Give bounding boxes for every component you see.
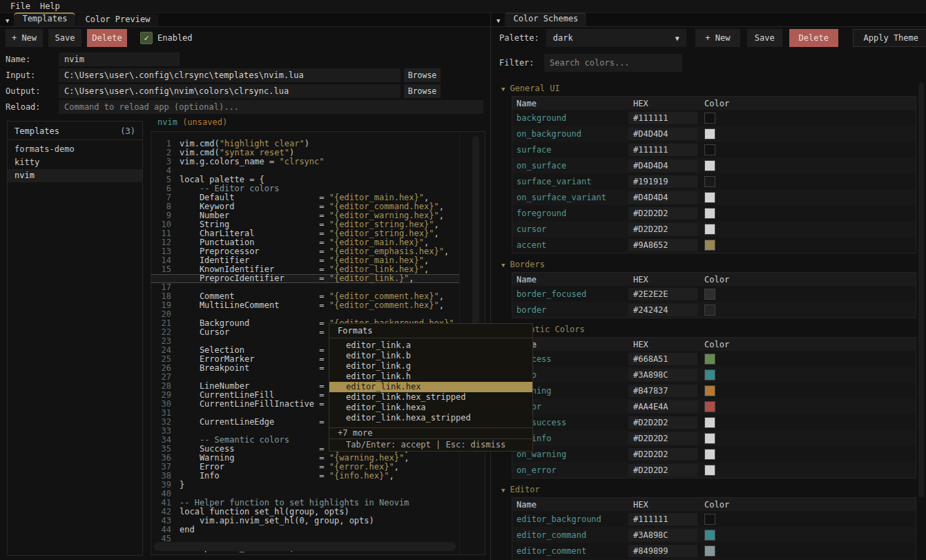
hex-value-field[interactable]: #D4D4D4 <box>628 160 697 172</box>
template-list-item[interactable]: formats-demo <box>8 143 142 156</box>
color-row: on_surface#D4D4D4 <box>512 157 916 173</box>
save-palette-button[interactable]: Save <box>747 29 782 47</box>
hex-value-field[interactable]: #3A898C <box>628 369 697 381</box>
hex-value-field[interactable]: #D4D4D4 <box>628 191 697 204</box>
save-template-button[interactable]: Save <box>48 29 81 47</box>
template-list-item[interactable]: nvim <box>8 169 142 182</box>
template-list-item[interactable]: kitty <box>8 156 142 169</box>
section-header[interactable]: ▼Semantic Colors <box>501 325 918 334</box>
right-pane-scrollbar[interactable] <box>918 83 924 497</box>
browse-output-button[interactable]: Browse <box>404 84 441 98</box>
hex-value-field[interactable]: #3A898C <box>628 529 697 541</box>
section-header[interactable]: ▼Editor <box>501 485 918 494</box>
input-path-field[interactable] <box>59 68 401 82</box>
delete-palette-button[interactable]: Delete <box>789 29 838 47</box>
popup-item[interactable]: editor_link.hexa <box>329 403 532 413</box>
color-swatch[interactable] <box>704 417 715 428</box>
code-line[interactable]: 39} <box>151 481 459 490</box>
code-line-current[interactable]: PreprocIdentifier = "{editor_link.}", <box>151 274 459 283</box>
color-row: info#3A898C <box>512 367 916 383</box>
color-swatch[interactable] <box>704 545 715 557</box>
color-swatch[interactable] <box>704 465 715 476</box>
code-line[interactable]: 43 vim.api.nvim_set_hl(0, group, opts) <box>151 516 459 525</box>
editor-horizontal-scrollbar[interactable] <box>154 542 456 551</box>
code-line[interactable]: 38 Info = "{info.hex}", <box>151 472 459 481</box>
name-input[interactable] <box>59 52 180 66</box>
color-swatch[interactable] <box>704 208 715 219</box>
popup-item[interactable]: editor_link.a <box>329 340 532 351</box>
hex-value-field[interactable]: #D2D2D2 <box>628 464 697 476</box>
hex-value-field[interactable]: #191919 <box>628 175 697 188</box>
hex-value-field[interactable]: #849899 <box>628 545 697 557</box>
hex-value-field[interactable]: #D2D2D2 <box>628 448 697 461</box>
code-line[interactable]: 3vim.g.colors_name = "clrsync" <box>151 157 459 166</box>
color-swatch[interactable] <box>704 433 715 444</box>
color-swatch[interactable] <box>704 113 715 124</box>
color-swatch[interactable] <box>704 192 715 203</box>
color-swatch[interactable] <box>704 128 715 139</box>
color-swatch[interactable] <box>704 514 715 525</box>
popup-item[interactable]: editor_link.hexa_stripped <box>329 413 532 423</box>
hex-value-field[interactable]: #D2D2D2 <box>628 416 697 429</box>
color-swatch[interactable] <box>704 354 715 365</box>
hex-value-field[interactable]: #111111 <box>628 513 697 525</box>
hex-value-field[interactable]: #D4D4D4 <box>628 128 697 140</box>
color-search-input[interactable] <box>544 54 682 72</box>
browse-input-button[interactable]: Browse <box>404 68 441 82</box>
new-template-button[interactable]: + New <box>6 29 43 47</box>
popup-more-indicator[interactable]: +7 more <box>329 427 532 438</box>
color-swatch[interactable] <box>704 176 715 187</box>
code-line[interactable]: 19 MultiLineComment = "{editor_comment.h… <box>151 301 459 310</box>
popup-item[interactable]: editor_link.hex <box>329 382 532 392</box>
color-swatch[interactable] <box>704 144 715 155</box>
color-swatch[interactable] <box>704 530 715 541</box>
code-text: PreprocIdentifier = "{editor_link.}", <box>180 275 414 282</box>
hex-value-field[interactable]: #D2D2D2 <box>628 223 697 235</box>
hex-value-field[interactable]: #668A51 <box>628 353 697 365</box>
popup-item[interactable]: editor_link.h <box>329 371 532 382</box>
color-swatch[interactable] <box>704 449 715 460</box>
menu-bar: File Help <box>0 0 926 13</box>
collapse-pane-icon[interactable]: ▼ <box>6 17 9 24</box>
hex-value-field[interactable]: #D2D2D2 <box>628 432 697 445</box>
color-swatch[interactable] <box>704 240 715 251</box>
color-swatch[interactable] <box>704 289 715 300</box>
color-table-header: NameHEXColor <box>512 273 916 286</box>
popup-item[interactable]: editor_link.hex_stripped <box>329 392 532 403</box>
palette-dropdown[interactable]: dark ▼ <box>546 29 686 47</box>
section-header[interactable]: ▼Borders <box>501 260 918 269</box>
popup-item[interactable]: editor_link.g <box>329 361 532 371</box>
hex-value-field[interactable]: #B47837 <box>628 385 697 397</box>
delete-template-button[interactable]: Delete <box>87 29 127 47</box>
color-swatch[interactable] <box>704 369 715 380</box>
hex-value-field[interactable]: #2E2E2E <box>628 288 697 300</box>
hex-value-field[interactable]: #111111 <box>628 144 697 156</box>
hex-value-field[interactable]: #242424 <box>628 304 697 316</box>
apply-theme-button[interactable]: Apply Theme <box>853 29 926 47</box>
color-row: error#AA4E4A <box>512 398 916 414</box>
section-header[interactable]: ▼General UI <box>501 84 918 93</box>
color-swatch[interactable] <box>704 401 715 412</box>
code-line[interactable]: 44end <box>151 525 459 534</box>
output-path-field[interactable] <box>59 84 401 98</box>
tab-color-schemes[interactable]: Color Schemes <box>505 12 586 26</box>
color-swatch[interactable] <box>704 305 715 316</box>
tab-color-preview[interactable]: Color Preview <box>77 14 158 26</box>
hex-value-field[interactable]: #111111 <box>628 112 697 124</box>
tab-templates[interactable]: Templates <box>14 12 75 26</box>
popup-item[interactable]: editor_link.b <box>329 351 532 361</box>
new-palette-button[interactable]: + New <box>695 29 740 47</box>
color-name: on_surface <box>512 161 628 171</box>
color-row: on_warning#D2D2D2 <box>512 446 916 462</box>
hex-value-field[interactable]: #D2D2D2 <box>628 207 697 220</box>
hex-value-field[interactable]: #AA4E4A <box>628 400 697 413</box>
reload-command-field[interactable] <box>59 100 483 114</box>
collapse-pane-icon[interactable]: ▼ <box>496 17 500 24</box>
color-swatch[interactable] <box>704 224 715 235</box>
hex-value-field[interactable]: #9A8652 <box>628 239 697 251</box>
menu-file[interactable]: File <box>10 1 30 11</box>
color-swatch[interactable] <box>704 160 715 171</box>
color-swatch[interactable] <box>704 385 715 396</box>
menu-help[interactable]: Help <box>40 1 60 11</box>
enabled-checkbox[interactable]: ✓ <box>140 32 153 44</box>
